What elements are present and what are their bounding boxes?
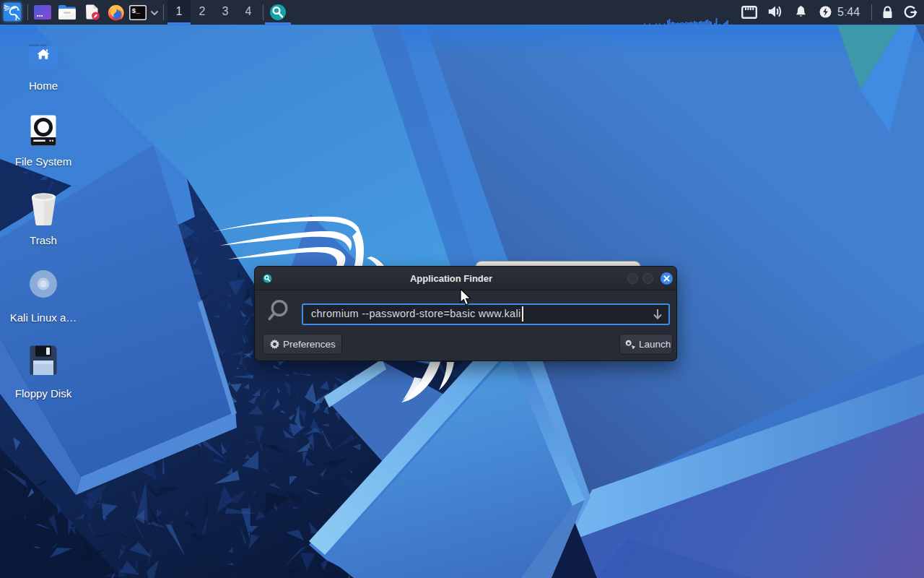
svg-text:$_: $_ — [132, 7, 141, 15]
